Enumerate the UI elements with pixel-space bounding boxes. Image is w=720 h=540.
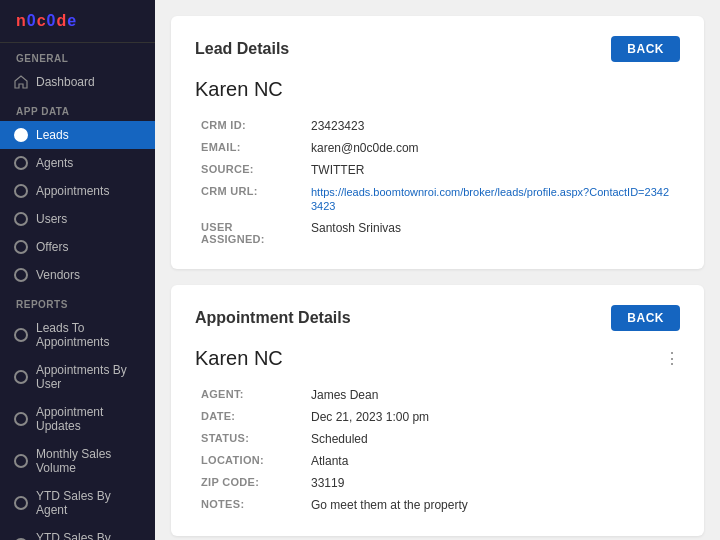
field-label: LOCATION:	[195, 450, 305, 472]
sidebar-item-appt-updates[interactable]: Appointment Updates	[0, 398, 155, 440]
sidebar-item-label: Leads	[36, 128, 69, 142]
sidebar-item-label: Appointments	[36, 184, 109, 198]
lead-details-back-button[interactable]: BACK	[611, 36, 680, 62]
appointment-details-table: AGENT: James Dean DATE: Dec 21, 2023 1:0…	[195, 384, 680, 516]
home-icon	[14, 75, 28, 89]
circle-icon	[14, 370, 28, 384]
table-row: EMAIL: karen@n0c0de.com	[195, 137, 680, 159]
sidebar-item-label: Users	[36, 212, 67, 226]
sidebar: n0c0de GENERAL Dashboard APP DATA Leads …	[0, 0, 155, 540]
table-row: CRM ID: 23423423	[195, 115, 680, 137]
sidebar-item-leads[interactable]: Leads	[0, 121, 155, 149]
table-row: AGENT: James Dean	[195, 384, 680, 406]
table-row: DATE: Dec 21, 2023 1:00 pm	[195, 406, 680, 428]
appointment-person-name: Karen NC	[195, 347, 283, 370]
sidebar-item-label: Leads To Appointments	[36, 321, 141, 349]
field-value: karen@n0c0de.com	[305, 137, 680, 159]
circle-icon	[14, 156, 28, 170]
sidebar-item-label: Agents	[36, 156, 73, 170]
more-options-icon[interactable]: ⋮	[664, 349, 680, 368]
table-row: NOTES: Go meet them at the property	[195, 494, 680, 516]
main-content: Lead Details BACK Karen NC CRM ID: 23423…	[155, 0, 720, 540]
sidebar-item-label: Offers	[36, 240, 68, 254]
field-label: USER ASSIGNED:	[195, 217, 305, 249]
appointment-details-card: Appointment Details BACK Karen NC ⋮ AGEN…	[171, 285, 704, 536]
field-label: SOURCE:	[195, 159, 305, 181]
lead-name: Karen NC	[195, 78, 680, 101]
field-value: https://leads.boomtownroi.com/broker/lea…	[305, 181, 680, 217]
circle-icon	[14, 184, 28, 198]
sidebar-item-dashboard[interactable]: Dashboard	[0, 68, 155, 96]
lead-details-table: CRM ID: 23423423 EMAIL: karen@n0c0de.com…	[195, 115, 680, 249]
appointment-name-row: Karen NC ⋮	[195, 347, 680, 370]
logo: n0c0de	[0, 0, 155, 43]
lead-details-card: Lead Details BACK Karen NC CRM ID: 23423…	[171, 16, 704, 269]
appointment-details-title: Appointment Details	[195, 309, 351, 327]
sidebar-item-label: YTD Sales By Lender	[36, 531, 141, 540]
field-value: TWITTER	[305, 159, 680, 181]
table-row: LOCATION: Atlanta	[195, 450, 680, 472]
circle-icon	[14, 268, 28, 282]
circle-icon	[14, 128, 28, 142]
appointment-details-header: Appointment Details BACK	[195, 305, 680, 331]
table-row: USER ASSIGNED: Santosh Srinivas	[195, 217, 680, 249]
section-label-appdata: APP DATA	[0, 96, 155, 121]
sidebar-item-appt-by-user[interactable]: Appointments By User	[0, 356, 155, 398]
field-label: DATE:	[195, 406, 305, 428]
sidebar-item-leads-to-appt[interactable]: Leads To Appointments	[0, 314, 155, 356]
field-label: STATUS:	[195, 428, 305, 450]
circle-icon	[14, 496, 28, 510]
sidebar-item-monthly-sales[interactable]: Monthly Sales Volume	[0, 440, 155, 482]
sidebar-item-label: Monthly Sales Volume	[36, 447, 141, 475]
section-label-reports: REPORTS	[0, 289, 155, 314]
sidebar-item-label: YTD Sales By Agent	[36, 489, 141, 517]
field-value: Scheduled	[305, 428, 680, 450]
appointment-details-back-button[interactable]: BACK	[611, 305, 680, 331]
field-value: Go meet them at the property	[305, 494, 680, 516]
field-label: CRM ID:	[195, 115, 305, 137]
field-label: CRM URL:	[195, 181, 305, 217]
field-value: Santosh Srinivas	[305, 217, 680, 249]
field-label: NOTES:	[195, 494, 305, 516]
sidebar-item-ytd-agent[interactable]: YTD Sales By Agent	[0, 482, 155, 524]
circle-icon	[14, 212, 28, 226]
lead-details-title: Lead Details	[195, 40, 289, 58]
table-row: CRM URL: https://leads.boomtownroi.com/b…	[195, 181, 680, 217]
section-label-general: GENERAL	[0, 43, 155, 68]
field-value: Dec 21, 2023 1:00 pm	[305, 406, 680, 428]
circle-icon	[14, 412, 28, 426]
circle-icon	[14, 328, 28, 342]
crm-url-link[interactable]: https://leads.boomtownroi.com/broker/lea…	[311, 186, 669, 212]
sidebar-item-agents[interactable]: Agents	[0, 149, 155, 177]
table-row: SOURCE: TWITTER	[195, 159, 680, 181]
lead-details-header: Lead Details BACK	[195, 36, 680, 62]
sidebar-item-appointments[interactable]: Appointments	[0, 177, 155, 205]
table-row: STATUS: Scheduled	[195, 428, 680, 450]
sidebar-item-label: Vendors	[36, 268, 80, 282]
field-label: ZIP CODE:	[195, 472, 305, 494]
field-value: 23423423	[305, 115, 680, 137]
sidebar-item-label: Appointments By User	[36, 363, 141, 391]
sidebar-item-offers[interactable]: Offers	[0, 233, 155, 261]
sidebar-item-label: Dashboard	[36, 75, 95, 89]
field-label: AGENT:	[195, 384, 305, 406]
circle-icon	[14, 454, 28, 468]
sidebar-item-users[interactable]: Users	[0, 205, 155, 233]
field-value: 33119	[305, 472, 680, 494]
sidebar-item-vendors[interactable]: Vendors	[0, 261, 155, 289]
field-value: Atlanta	[305, 450, 680, 472]
table-row: ZIP CODE: 33119	[195, 472, 680, 494]
field-value: James Dean	[305, 384, 680, 406]
field-label: EMAIL:	[195, 137, 305, 159]
sidebar-item-label: Appointment Updates	[36, 405, 141, 433]
sidebar-item-ytd-lender[interactable]: YTD Sales By Lender	[0, 524, 155, 540]
circle-icon	[14, 240, 28, 254]
